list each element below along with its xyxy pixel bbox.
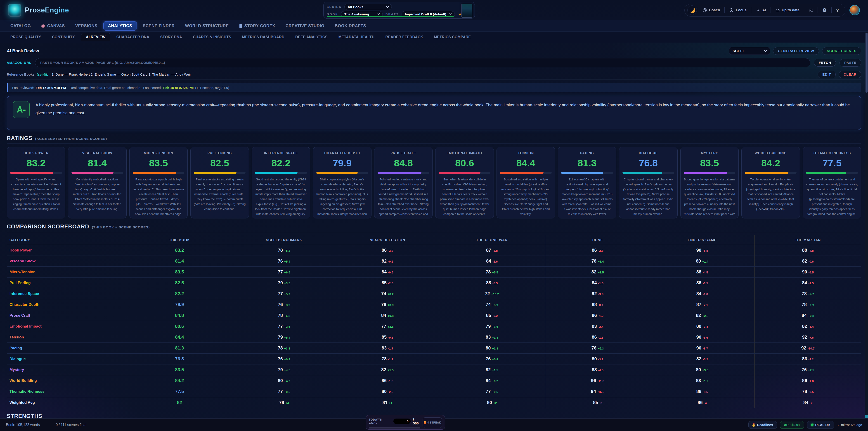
rating-card-score: 84.2 bbox=[745, 157, 797, 169]
goal-value-input[interactable]: 0 bbox=[394, 419, 411, 424]
sub-tab-metrics-dashboard[interactable]: METRICS DASHBOARD bbox=[238, 33, 289, 41]
this-book-cell: 76.8 bbox=[127, 353, 232, 365]
rating-bar-track bbox=[745, 172, 797, 174]
table-header-row: CATEGORYTHIS BOOKSCI FI BENCHMARKNIRA'S … bbox=[7, 235, 861, 245]
comparison-value: 77 bbox=[278, 389, 283, 394]
sub-tab-metadata-health[interactable]: METADATA HEALTH bbox=[334, 33, 379, 41]
main-tab-creative-studio[interactable]: CREATIVE STUDIO bbox=[281, 22, 329, 30]
deadlines-button[interactable]: Deadlines bbox=[748, 421, 777, 429]
main-tab-catalog[interactable]: CATALOG bbox=[6, 22, 35, 30]
comparison-cell: 78+3.4 bbox=[545, 256, 650, 267]
comparison-cell: 88-4.8 bbox=[754, 245, 861, 256]
comparison-value: 74 bbox=[381, 291, 386, 296]
genre-select[interactable]: SCI-FI bbox=[729, 47, 770, 55]
comparison-cell: 83-2.4 bbox=[545, 321, 650, 332]
sub-tab-prose-quality[interactable]: PROSE QUALITY bbox=[6, 33, 46, 41]
review-summary-text: A highly professional, high-momentum sci… bbox=[13, 101, 855, 117]
main-tab-canvas[interactable]: CANVAS bbox=[37, 22, 69, 30]
scrollbar-thumb[interactable] bbox=[866, 33, 868, 93]
rating-card-score: 83.5 bbox=[133, 157, 185, 169]
grade-badge: A- bbox=[13, 101, 30, 118]
category-cell: Visceral Show bbox=[7, 256, 127, 267]
comparison-cell: 83+1.2 bbox=[650, 375, 754, 386]
comparison-delta: -1.2 bbox=[598, 314, 603, 318]
main-tab-story-codex[interactable]: STORY CODEX bbox=[235, 22, 280, 30]
sub-tab-continuity[interactable]: CONTINUITY bbox=[48, 33, 80, 41]
sub-tab-character-dna[interactable]: CHARACTER DNA bbox=[112, 33, 154, 41]
generate-review-button[interactable]: GENERATE REVIEW bbox=[773, 47, 819, 55]
series-select[interactable]: All Books bbox=[344, 4, 392, 10]
main-tab-analytics[interactable]: ANALYTICS bbox=[103, 21, 137, 31]
rating-bar-fill bbox=[622, 172, 662, 174]
sub-tab-deep-analytics[interactable]: DEEP ANALYTICS bbox=[291, 33, 332, 41]
rating-card-description: Sustained escalation with multiple tensi… bbox=[500, 177, 552, 217]
comparison-value: 80 bbox=[696, 259, 701, 263]
comparison-cell: 88-4.5 bbox=[545, 365, 650, 375]
main-tab-label: STORY CODEX bbox=[244, 24, 275, 28]
rating-card-title: DIALOGUE bbox=[622, 151, 674, 155]
main-tab-versions[interactable]: VERSIONS bbox=[71, 22, 102, 30]
score-scenes-button[interactable]: SCORE SCENES bbox=[822, 47, 861, 55]
comparison-cell: 88-4.5 bbox=[650, 267, 754, 278]
user-avatar[interactable] bbox=[849, 5, 860, 16]
rating-bar-track bbox=[316, 172, 368, 174]
rating-bar-track bbox=[684, 172, 736, 174]
column-header-category: CATEGORY bbox=[7, 235, 127, 245]
collaborators-button[interactable] bbox=[804, 8, 817, 12]
comparison-delta: -4.8 bbox=[809, 249, 814, 252]
amazon-url-row: AMAZON URL FETCH PASTE bbox=[7, 56, 861, 69]
comparison-delta: -8.1 bbox=[598, 303, 603, 307]
comparison-cell: 90-6.8 bbox=[650, 245, 754, 256]
amazon-url-input[interactable] bbox=[35, 58, 810, 67]
comparison-cell: 77+0.5 bbox=[232, 386, 336, 397]
comparison-value: 80 bbox=[592, 356, 597, 361]
sub-tab-metrics-compare[interactable]: METRICS COMPARE bbox=[429, 33, 475, 41]
rating-card-title: WORLD BUILDING bbox=[745, 151, 797, 155]
rating-card-character-depth: CHARACTER DEPTH79.9Distinct operating st… bbox=[313, 147, 371, 219]
comparison-delta: +3.4 bbox=[598, 260, 604, 263]
main-tab-world-structure[interactable]: WORLD STRUCTURE bbox=[181, 22, 233, 30]
sub-tab-reader-feedback[interactable]: READER FEEDBACK bbox=[381, 33, 428, 41]
rating-card-description: 111 scenes/30 chapters with action/revea… bbox=[561, 177, 613, 219]
settings-button[interactable]: ⚙ bbox=[818, 8, 831, 12]
rating-card-emotional-impact: EMOTIONAL IMPACT80.6Best when fear/wonde… bbox=[435, 147, 494, 219]
sub-tab-ai-review[interactable]: AI REVIEW bbox=[82, 33, 110, 41]
comparison-cell: 86-9.2 bbox=[754, 353, 861, 365]
book-cover-thumbnail[interactable] bbox=[462, 4, 472, 18]
rating-card-score: 80.6 bbox=[439, 157, 490, 169]
real-db-badge: REAL DB bbox=[807, 421, 834, 429]
this-book-cell: 83.5 bbox=[127, 365, 232, 375]
comparison-delta: +1.5 bbox=[598, 271, 604, 274]
focus-button[interactable]: Focus bbox=[725, 8, 751, 12]
app-logo: ProseEngine bbox=[8, 4, 69, 17]
comparison-delta: +4.5 bbox=[284, 369, 290, 372]
rating-card-title: VISCERAL SHOW bbox=[71, 151, 123, 155]
ai-button[interactable]: AI bbox=[751, 8, 771, 12]
main-tab-book-drafts[interactable]: BOOK DRAFTS bbox=[330, 22, 371, 30]
edit-button[interactable]: EDIT bbox=[817, 70, 836, 78]
category-cell: Inference Space bbox=[7, 288, 127, 299]
column-header-the-martian: THE MARTIAN bbox=[754, 235, 861, 245]
sub-tab-story-dna[interactable]: STORY DNA bbox=[156, 33, 187, 41]
paste-button[interactable]: PASTE bbox=[839, 59, 861, 66]
this-book-cell: 83.5 bbox=[127, 267, 232, 278]
comparison-delta: -2.5 bbox=[388, 390, 393, 394]
category-cell: Dialogue bbox=[7, 353, 127, 365]
comparison-delta: -0.5 bbox=[388, 271, 393, 274]
genre-value: SCI-FI bbox=[733, 49, 744, 53]
comparison-cell: 87-3.8 bbox=[439, 245, 545, 256]
this-book-cell: 79.9 bbox=[127, 299, 232, 310]
comparison-value: 84 bbox=[382, 269, 386, 275]
fetch-button[interactable]: FETCH bbox=[814, 59, 836, 66]
coach-button[interactable]: Coach bbox=[698, 8, 725, 12]
comparison-cell: 86-8.5 bbox=[650, 386, 754, 397]
dark-mode-toggle[interactable] bbox=[687, 5, 697, 15]
main-tab-scene-finder[interactable]: SCENE FINDER bbox=[138, 22, 179, 30]
page-scrollbar[interactable] bbox=[865, 32, 868, 418]
help-button[interactable]: ? bbox=[832, 8, 843, 13]
sub-tab-charts-insights[interactable]: CHARTS & INSIGHTS bbox=[188, 33, 236, 41]
sync-status-button[interactable]: Up to date bbox=[771, 8, 804, 12]
this-book-score: 82.2 bbox=[175, 291, 184, 296]
clear-button[interactable]: CLEAR bbox=[839, 70, 861, 78]
comparison-delta: -2.8 bbox=[388, 249, 393, 252]
